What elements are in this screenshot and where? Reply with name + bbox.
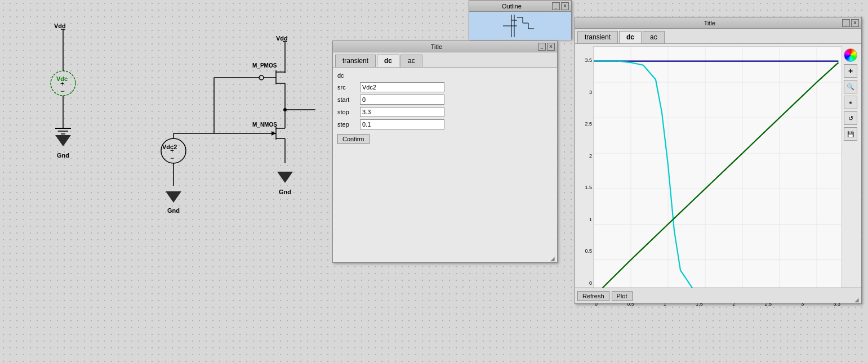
sim-step-input[interactable] <box>360 119 444 129</box>
sim-resize-handle[interactable]: ◢ <box>550 256 556 261</box>
refresh-button[interactable]: Refresh <box>577 291 609 301</box>
svg-text:Vdd: Vdd <box>276 35 288 42</box>
plot-line-green <box>594 62 839 297</box>
circuit-diagram: Vdd Vdc + − Gnd Vdd M_PMOS <box>0 0 332 363</box>
sim-form-content: dc src start stop step Confirm <box>333 68 557 149</box>
plot-panel: Title _ X transient dc ac dc 3.5 3 2.5 2… <box>575 17 862 304</box>
svg-text:−: − <box>170 154 174 162</box>
y-tick-0: 0 <box>577 280 592 286</box>
sim-tab-dc[interactable]: dc <box>377 55 399 67</box>
outline-titlebar[interactable]: Outline _ X <box>469 1 571 12</box>
plot-main: dc 3.5 3 2.5 2 1.5 1 0.5 0 <box>577 46 859 297</box>
sim-tabs: transient dc ac <box>333 52 557 68</box>
svg-text:+: + <box>60 80 64 88</box>
svg-marker-46 <box>166 191 181 203</box>
svg-marker-12 <box>55 135 71 146</box>
sim-stop-label: stop <box>337 109 360 115</box>
svg-text:Gnd: Gnd <box>57 152 69 159</box>
outline-title: Outline <box>471 3 552 10</box>
link-icon[interactable]: ⚭ <box>844 96 857 109</box>
plot-content: dc 3.5 3 2.5 2 1.5 1 0.5 0 <box>575 44 861 299</box>
y-tick-1: 1 <box>577 217 592 222</box>
outline-mini-svg <box>469 12 571 40</box>
plot-bottom-bar: Refresh Plot <box>575 288 861 303</box>
svg-text:−: − <box>60 87 64 95</box>
y-tick-05: 0.5 <box>577 248 592 254</box>
outline-titlebar-buttons: _ X <box>552 2 569 10</box>
plot-title: Title <box>577 20 842 26</box>
plot-toolbar: + 🔍 ⚭ ↺ 💾 <box>842 46 859 297</box>
plot-resize-handle[interactable]: ◢ <box>854 297 860 302</box>
sim-titlebar-buttons: _ X <box>538 43 555 51</box>
sim-stop-input[interactable] <box>360 107 444 117</box>
sim-src-input[interactable] <box>360 82 444 92</box>
sim-src-label: src <box>337 84 360 91</box>
sim-start-row: start <box>337 95 553 105</box>
svg-text:+: + <box>170 147 174 155</box>
sim-dialog: Title _ X transient dc ac dc src start s… <box>332 41 558 263</box>
plot-close-btn[interactable]: X <box>851 19 859 27</box>
svg-text:M_PMOS: M_PMOS <box>252 62 277 69</box>
plot-tab-ac[interactable]: ac <box>643 31 665 43</box>
outline-panel: Outline _ X <box>469 0 572 39</box>
svg-text:Gnd: Gnd <box>167 207 180 214</box>
sim-minimize-btn[interactable]: _ <box>538 43 546 51</box>
plot-svg-container: 0 0.5 1 1.5 2 2.5 3 3.3 <box>593 46 842 297</box>
y-tick-3: 3 <box>577 89 592 95</box>
schematic-canvas: Vdd Vdc + − Gnd Vdd M_PMOS <box>0 0 332 363</box>
svg-text:M_NMOS: M_NMOS <box>252 122 277 128</box>
y-tick-15: 1.5 <box>577 185 592 190</box>
plot-button[interactable]: Plot <box>612 291 633 301</box>
sim-section-label: dc <box>337 72 553 79</box>
svg-rect-49 <box>469 12 571 40</box>
svg-point-24 <box>259 75 264 80</box>
confirm-button[interactable]: Confirm <box>337 134 370 144</box>
sim-title: Title <box>335 43 538 50</box>
plot-svg <box>594 47 842 297</box>
color-wheel-icon[interactable] <box>844 48 857 62</box>
zoom-in-icon[interactable]: + <box>844 64 857 78</box>
svg-marker-32 <box>271 131 276 136</box>
refresh-icon[interactable]: ↺ <box>844 111 857 125</box>
sim-step-label: step <box>337 121 360 128</box>
plot-tab-transient[interactable]: transient <box>577 31 618 43</box>
sim-step-row: step <box>337 119 553 129</box>
outline-view <box>469 12 571 40</box>
y-axis-labels: 3.5 3 2.5 2 1.5 1 0.5 0 <box>577 46 593 297</box>
zoom-out-icon[interactable]: 🔍 <box>844 80 857 93</box>
svg-marker-34 <box>277 172 293 183</box>
sim-tab-transient[interactable]: transient <box>335 55 376 67</box>
sim-close-btn[interactable]: X <box>547 43 555 51</box>
y-tick-25: 2.5 <box>577 121 592 127</box>
svg-text:Gnd: Gnd <box>279 189 291 195</box>
sim-start-label: start <box>337 96 360 103</box>
sim-start-input[interactable] <box>360 95 444 105</box>
save-icon[interactable]: 💾 <box>844 127 857 141</box>
vdd-label-left: Vdd <box>54 23 66 29</box>
plot-tab-dc[interactable]: dc <box>619 31 642 43</box>
plot-minimize-btn[interactable]: _ <box>842 19 850 27</box>
y-tick-2: 2 <box>577 153 592 159</box>
y-tick-35: 3.5 <box>577 57 592 63</box>
outline-minimize-btn[interactable]: _ <box>552 2 560 10</box>
sim-tab-ac[interactable]: ac <box>400 55 422 67</box>
plot-tabs: transient dc ac <box>575 29 861 44</box>
plot-titlebar[interactable]: Title _ X <box>575 17 861 29</box>
sim-src-row: src <box>337 82 553 92</box>
sim-stop-row: stop <box>337 107 553 117</box>
outline-close-btn[interactable]: X <box>561 2 569 10</box>
plot-titlebar-buttons: _ X <box>842 19 859 27</box>
sim-titlebar[interactable]: Title _ X <box>333 41 557 52</box>
